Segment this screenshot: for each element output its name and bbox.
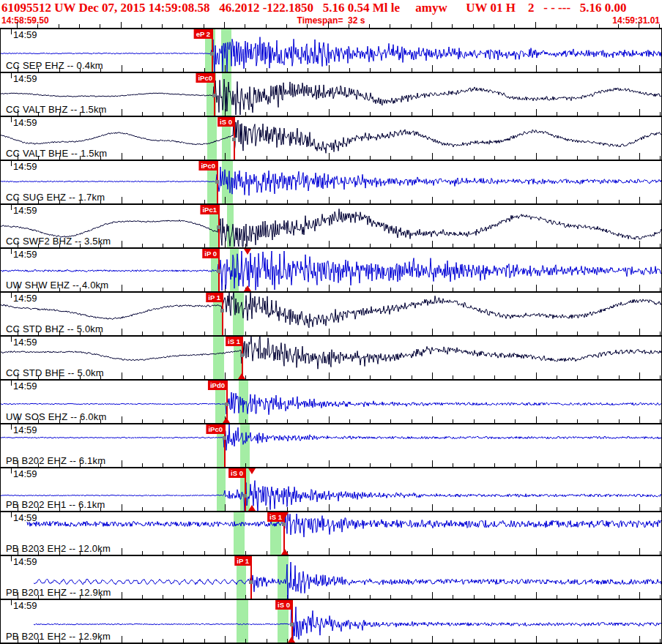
trace-time-label: 14:59 [13, 424, 37, 435]
minute-tick [11, 293, 12, 298]
station-label: CC VALT BHZ -- 1.5km [6, 104, 107, 115]
minute-tick [11, 73, 12, 78]
trace-panel: eP 214:59CC SEP EHZ -- 0.4kmiPc014:59CC … [0, 28, 662, 644]
minute-tick [11, 29, 12, 34]
pick-base-marker [243, 494, 247, 498]
trace-row[interactable]: iS 014:59PB B202 EH1 -- 6.1km [1, 468, 661, 512]
trace-row[interactable]: iP 114:59PB B201 EHZ -- 12.9km [1, 556, 661, 600]
pick-base-marker [217, 269, 220, 273]
station-label: CC VALT BHE -- 1.5km [6, 148, 107, 159]
time-tick [17, 22, 18, 28]
time-tick [121, 22, 122, 28]
trace-time-label: 14:59 [13, 73, 37, 84]
station-label: PB B202 EH1 -- 6.1km [6, 499, 105, 510]
trace-time-label: 14:59 [13, 337, 37, 348]
event-summary-line: 61095512 UW Dec 07, 2015 14:59:08.58 46.… [0, 0, 662, 15]
coda-marker-bottom[interactable] [288, 637, 295, 643]
trace-row[interactable]: iPc014:59PB B202 EHZ -- 6.1km [1, 424, 661, 468]
trace-row[interactable]: iPc114:59CC SWF2 BHZ -- 3.5km [1, 205, 661, 249]
pick-base-marker [220, 309, 224, 312]
trace-time-label: 14:59 [13, 600, 37, 611]
minute-tick [11, 381, 12, 386]
minute-tick [11, 117, 12, 122]
coda-marker-bottom[interactable] [223, 417, 230, 423]
minute-tick [11, 556, 12, 561]
pick-flag[interactable]: iS 1 [267, 512, 284, 522]
minute-tick [11, 249, 12, 254]
minute-tick [11, 600, 12, 605]
pick-base-marker [240, 353, 244, 357]
trace-row[interactable]: iS 114:59PB B203 EH2 -- 12.0km [1, 512, 661, 556]
station-label: CC SUG EHZ -- 1.7km [6, 192, 105, 203]
pick-flag[interactable]: iPc0 [206, 424, 225, 434]
trace-time-label: 14:59 [13, 205, 37, 216]
station-label: UW SOS EHZ -- 6.0km [6, 411, 106, 422]
station-label: CC SWF2 BHZ -- 3.5km [6, 236, 111, 247]
trace-row[interactable]: iPd014:59UW SOS EHZ -- 6.0km [1, 381, 661, 424]
minute-tick [11, 205, 12, 210]
coda-marker-bottom[interactable] [281, 549, 289, 555]
pick-base-marker [290, 623, 294, 626]
pick-base-marker [282, 523, 286, 526]
coda-marker-bottom[interactable] [244, 285, 251, 291]
station-label: CC SEP EHZ -- 0.4km [6, 60, 103, 71]
coda-marker-bottom[interactable] [248, 505, 256, 511]
trace-row[interactable]: iS 014:59PB B201 EH2 -- 12.9km [1, 600, 661, 644]
coda-marker-top[interactable] [244, 249, 251, 255]
trace-time-label: 14:59 [13, 556, 37, 567]
pick-flag[interactable]: eP 2 [194, 29, 212, 39]
station-label: PB B201 EHZ -- 12.9km [6, 587, 111, 598]
trace-time-label: 14:59 [13, 512, 37, 523]
trace-time-label: 14:59 [13, 29, 37, 40]
pick-flag[interactable]: iS 0 [275, 600, 292, 610]
coda-marker-bottom[interactable] [238, 373, 245, 379]
pick-flag[interactable]: iPd0 [208, 381, 227, 390]
trace-row[interactable]: iS 014:59CC VALT BHE -- 1.5km [1, 117, 661, 161]
minute-tick [11, 161, 12, 166]
pick-base-marker [223, 436, 226, 440]
pick-flag[interactable]: iPc0 [196, 73, 215, 83]
station-label: PB B201 EH2 -- 12.9km [6, 631, 111, 642]
trace-row[interactable]: eP 214:59CC SEP EHZ -- 0.4km [1, 29, 661, 73]
trace-time-label: 14:59 [13, 468, 37, 479]
minute-tick [11, 512, 12, 517]
pick-base-marker [232, 138, 236, 141]
pick-flag[interactable]: iS 1 [226, 337, 242, 346]
pick-flag[interactable]: iP 0 [202, 249, 219, 258]
trace-time-label: 14:59 [13, 381, 37, 392]
minute-tick [11, 337, 12, 342]
pick-flag[interactable]: iP 1 [206, 293, 223, 302]
trace-row[interactable]: iPc014:59CC VALT BHZ -- 1.5km [1, 73, 661, 117]
trace-row[interactable]: iP 114:59CC STD BHZ -- 5.0km [1, 293, 661, 337]
minute-tick [11, 468, 12, 473]
pick-base-marker [215, 180, 219, 184]
pick-base-marker [225, 402, 228, 406]
minute-tick [11, 424, 12, 430]
trace-row[interactable]: iPc014:59CC SUG EHZ -- 1.7km [1, 161, 661, 205]
station-label: PB B202 EHZ -- 6.1km [6, 455, 105, 466]
station-label: PB B203 EH2 -- 12.0km [6, 543, 111, 554]
time-tick [431, 22, 432, 28]
pick-base-marker [210, 52, 214, 56]
station-label: CC STD BHZ -- 5.0km [6, 323, 103, 334]
pick-flag[interactable]: iS 0 [217, 117, 234, 127]
trace-row[interactable]: iP 014:59UW SHW EHZ -- 4.0km [1, 249, 661, 293]
trace-time-label: 14:59 [13, 117, 37, 128]
pick-base-marker [212, 94, 216, 97]
pick-base-marker [249, 580, 253, 584]
time-axis-header: 14:58:59.50 Timespan= 32 s 14:59:31.01 [0, 15, 662, 28]
pick-flag[interactable]: iS 0 [228, 468, 245, 478]
time-tick [224, 22, 225, 28]
time-tick [639, 22, 639, 28]
seismogram-viewer: 61095512 UW Dec 07, 2015 14:59:08.58 46.… [0, 0, 662, 644]
trace-time-label: 14:59 [13, 161, 37, 172]
pick-flag[interactable]: iPc0 [198, 161, 217, 171]
time-tick [535, 22, 536, 28]
trace-row[interactable]: iS 114:59CC STD BHE -- 5.0km [1, 337, 661, 381]
pick-flag[interactable]: iPc1 [200, 205, 219, 214]
coda-marker-top[interactable] [248, 468, 256, 474]
trace-time-label: 14:59 [13, 293, 37, 304]
time-tick [328, 22, 329, 28]
trace-time-label: 14:59 [13, 249, 37, 260]
pick-flag[interactable]: iP 1 [234, 556, 251, 566]
